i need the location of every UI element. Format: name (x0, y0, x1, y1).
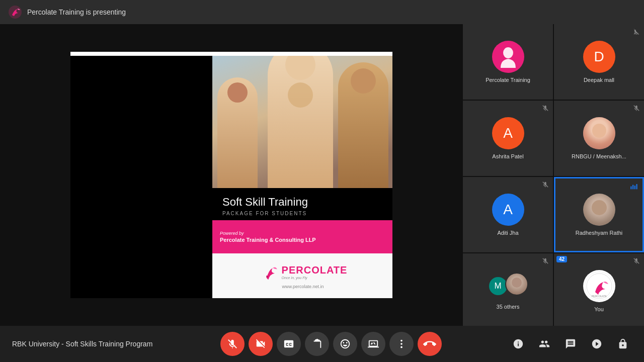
percolate-website: www.percolate.net.in (282, 284, 324, 289)
people-button[interactable] (535, 335, 553, 353)
participants-sidebar: Percolate Training D Deepak mall (463, 24, 644, 326)
slide-footer: PERCOLATE Once In, you Fly www.percolate… (212, 253, 392, 299)
slide-container: Soft Skill Training PACKAGE FOR STUDENTS… (70, 52, 392, 298)
percolate-circle-logo-icon: PERCOLATE (586, 273, 612, 299)
more-icon (396, 338, 407, 349)
svg-rect-8 (636, 184, 637, 190)
svg-point-17 (400, 346, 403, 348)
main-content: Soft Skill Training PACKAGE FOR STUDENTS… (0, 24, 644, 326)
others-count-badge: 42 (556, 256, 567, 262)
svg-rect-7 (634, 186, 635, 190)
participant-name-others: 35 others (497, 304, 520, 310)
participant-tile-radheshyam[interactable]: Radheshyam Rathi (554, 177, 644, 252)
meeting-info-button[interactable] (509, 335, 527, 353)
mute-button[interactable] (220, 332, 245, 356)
speaking-icon-radheshyam (629, 183, 638, 192)
slide-white-bar (70, 52, 392, 56)
presentation-area: Soft Skill Training PACKAGE FOR STUDENTS… (0, 24, 463, 326)
svg-text:PERCOLATE: PERCOLATE (592, 295, 607, 298)
bottom-bar: RBK University - Soft Skills Training Pr… (0, 326, 644, 362)
more-options-button[interactable] (389, 332, 414, 356)
participant-tile-ashrita[interactable]: A Ashrita Patel (463, 101, 553, 176)
avatar-you: PERCOLATE (583, 270, 615, 302)
chat-icon (565, 338, 576, 349)
avatar-radheshyam (583, 194, 615, 226)
avatar-percolate-training (492, 41, 524, 73)
percolate-logo-icon (8, 5, 22, 19)
slide-title: Soft Skill Training (222, 196, 383, 209)
presenting-text: Percolate Training is presenting (27, 8, 126, 16)
avatar-ashrita: A (492, 117, 524, 149)
svg-point-1 (503, 47, 513, 58)
emoji-button[interactable] (333, 332, 357, 356)
svg-rect-5 (630, 187, 631, 190)
percolate-brand: PERCOLATE Once In, you Fly (282, 264, 348, 280)
meeting-title: RBK University - Soft Skills Training Pr… (12, 340, 152, 348)
avatar-aditi: A (492, 194, 524, 226)
mic-muted-icon-rnbgu (633, 105, 640, 112)
chat-button[interactable] (561, 335, 580, 353)
participant-tile-others[interactable]: M 35 others (463, 253, 553, 326)
end-call-button[interactable] (418, 332, 442, 356)
activities-icon (591, 338, 602, 349)
percolate-logo: PERCOLATE Once In, you Fly (259, 262, 348, 282)
controls-center (220, 332, 442, 356)
mic-muted-icon-aditi (542, 181, 549, 188)
mic-muted-icon-others (542, 257, 549, 264)
participant-name-ashrita: Ashrita Patel (492, 153, 523, 159)
video-button[interactable] (249, 332, 273, 356)
avatar-rnbgu (583, 117, 615, 149)
slide-powered-bar: Powered by Percolate Training & Consulti… (212, 220, 392, 253)
participant-tile-percolate-training[interactable]: Percolate Training (463, 24, 553, 100)
participant-name-percolate: Percolate Training (486, 77, 530, 83)
captions-icon (283, 338, 294, 349)
lock-button[interactable] (614, 335, 632, 353)
participant-name-you: You (594, 306, 604, 312)
participant-tile-deepak[interactable]: D Deepak mall (554, 24, 644, 100)
lock-icon (617, 338, 628, 349)
captions-button[interactable] (277, 332, 301, 356)
end-call-icon (423, 337, 436, 350)
participant-tile-rnbgu[interactable]: RNBGU / Meenaksh... (554, 101, 644, 176)
participant-tile-you[interactable]: 42 PERCOLATE You (554, 253, 644, 326)
present-button[interactable] (361, 332, 385, 356)
participant-tile-aditi[interactable]: A Aditi Jha (463, 177, 553, 252)
raise-hand-button[interactable] (305, 332, 329, 356)
controls-right (509, 335, 632, 353)
participant-name-radheshyam: Radheshyam Rathi (576, 230, 623, 236)
top-bar: Percolate Training is presenting (0, 0, 644, 24)
svg-point-16 (400, 343, 403, 345)
slide-subtitle: PACKAGE FOR STUDENTS (222, 211, 383, 216)
svg-rect-6 (632, 185, 633, 190)
raise-hand-icon (311, 338, 323, 349)
people-icon (539, 338, 550, 349)
mic-muted-icon-you (633, 257, 640, 264)
mic-muted-icon-deepak (633, 28, 640, 35)
others-avatar-2 (505, 273, 528, 296)
info-icon (513, 338, 524, 349)
percolate-brand-name: PERCOLATE (282, 264, 348, 276)
activities-button[interactable] (588, 335, 606, 353)
participant-name-rnbgu: RNBGU / Meenaksh... (572, 153, 626, 159)
videocam-off-icon (255, 338, 266, 349)
percolate-tagline: Once In, you Fly (282, 276, 348, 280)
slide-powered-label: Powered by (220, 231, 386, 236)
slide-powered-name: Percolate Training & Consulting LLP (220, 237, 386, 243)
emoji-icon (340, 338, 351, 349)
svg-point-15 (400, 340, 403, 342)
present-icon (368, 338, 379, 349)
person-silhouette-icon (498, 46, 518, 68)
mic-off-icon (227, 338, 238, 349)
participant-name-deepak: Deepak mall (584, 77, 614, 83)
mic-muted-icon-ashrita (542, 105, 549, 112)
participant-name-aditi: Aditi Jha (497, 230, 518, 236)
avatar-deepak: D (583, 41, 615, 73)
percolate-bird-icon (259, 262, 279, 282)
